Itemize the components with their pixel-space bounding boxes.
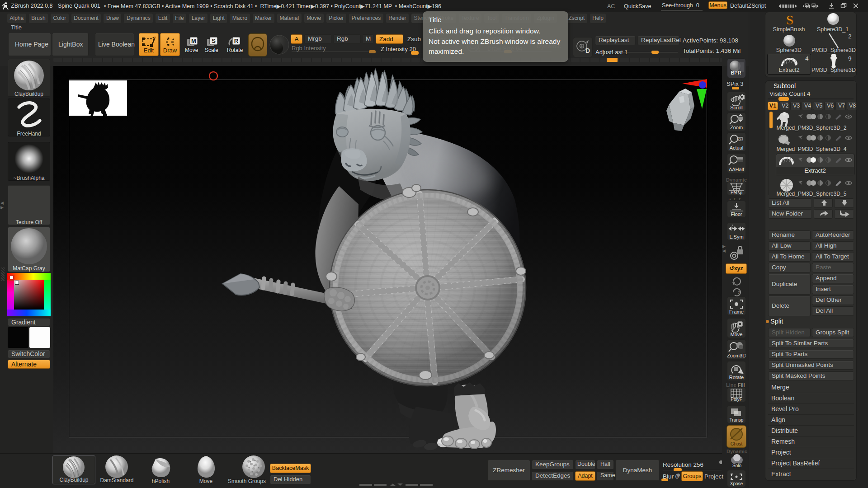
- svg-text:Xpose: Xpose: [730, 481, 743, 486]
- svg-text:x1: x1: [738, 137, 743, 141]
- svg-text:D: D: [585, 47, 590, 54]
- svg-text:Solo: Solo: [732, 463, 741, 468]
- svg-text:PolyF: PolyF: [731, 397, 742, 402]
- svg-text:S: S: [786, 13, 794, 27]
- svg-text:BPR: BPR: [731, 70, 741, 75]
- svg-text:Actual: Actual: [730, 145, 744, 150]
- svg-text:S: S: [212, 38, 216, 44]
- svg-text:Persp: Persp: [731, 190, 743, 195]
- svg-text:Floor: Floor: [731, 211, 742, 217]
- svg-text:L.Sym: L.Sym: [729, 234, 743, 239]
- svg-text:Zoom: Zoom: [730, 125, 743, 130]
- svg-text:Frame: Frame: [729, 309, 744, 314]
- svg-text:z: z: [738, 290, 740, 295]
- svg-text:Scroll: Scroll: [730, 105, 743, 110]
- svg-text:Move: Move: [731, 332, 743, 337]
- svg-text:Rotate: Rotate: [729, 375, 744, 380]
- svg-text:M: M: [191, 38, 196, 44]
- svg-text:Transp: Transp: [730, 418, 744, 422]
- svg-text:Ghost: Ghost: [731, 441, 743, 446]
- svg-text:R: R: [234, 38, 239, 44]
- svg-text:AAHalf: AAHalf: [729, 167, 745, 172]
- svg-text:Zoom3D: Zoom3D: [727, 353, 745, 358]
